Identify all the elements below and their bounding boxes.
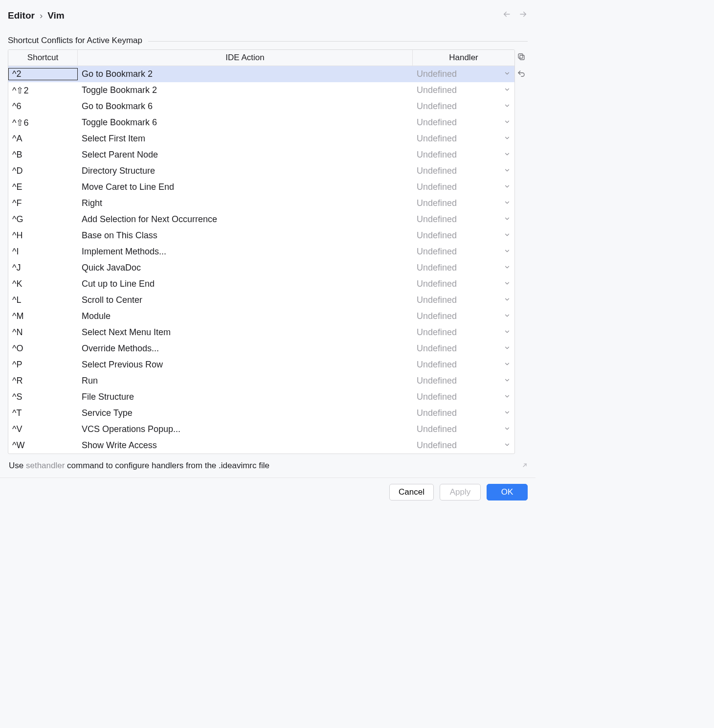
col-handler[interactable]: Handler — [413, 50, 514, 66]
breadcrumb-parent[interactable]: Editor — [8, 10, 35, 21]
cell-ide-action[interactable]: Select Next Menu Item — [78, 326, 413, 339]
cell-shortcut[interactable]: ^L — [8, 294, 78, 306]
cell-handler-dropdown[interactable]: Undefined — [413, 439, 514, 452]
table-row[interactable]: ^SFile StructureUndefined — [8, 389, 514, 405]
cell-shortcut[interactable]: ^2 — [8, 68, 78, 80]
table-row[interactable]: ^KCut up to Line EndUndefined — [8, 276, 514, 292]
table-row[interactable]: ^NSelect Next Menu ItemUndefined — [8, 324, 514, 341]
cell-ide-action[interactable]: Scroll to Center — [78, 294, 413, 306]
cell-handler-dropdown[interactable]: Undefined — [413, 181, 514, 193]
table-row[interactable]: ^TService TypeUndefined — [8, 405, 514, 421]
table-row[interactable]: ^GAdd Selection for Next OccurrenceUndef… — [8, 211, 514, 228]
cell-ide-action[interactable]: Toggle Bookmark 2 — [78, 84, 413, 96]
cell-shortcut[interactable]: ^⇧6 — [8, 116, 78, 129]
cell-handler-dropdown[interactable]: Undefined — [413, 84, 514, 96]
table-row[interactable]: ^WShow Write AccessUndefined — [8, 437, 514, 454]
cell-shortcut[interactable]: ^E — [8, 181, 78, 193]
cell-ide-action[interactable]: Go to Bookmark 2 — [78, 68, 413, 80]
cell-shortcut[interactable]: ^6 — [8, 100, 78, 113]
cell-handler-dropdown[interactable]: Undefined — [413, 375, 514, 387]
cell-shortcut[interactable]: ^A — [8, 133, 78, 145]
col-shortcut[interactable]: Shortcut — [8, 50, 78, 66]
popout-icon[interactable] — [522, 461, 528, 471]
cell-shortcut[interactable]: ^B — [8, 149, 78, 161]
cell-ide-action[interactable]: Select Parent Node — [78, 149, 413, 161]
table-row[interactable]: ^DDirectory StructureUndefined — [8, 163, 514, 179]
table-row[interactable]: ^6Go to Bookmark 6Undefined — [8, 98, 514, 114]
cell-handler-dropdown[interactable]: Undefined — [413, 165, 514, 177]
cell-ide-action[interactable]: Module — [78, 310, 413, 322]
cell-handler-dropdown[interactable]: Undefined — [413, 133, 514, 145]
cell-handler-dropdown[interactable]: Undefined — [413, 149, 514, 161]
cell-shortcut[interactable]: ^G — [8, 213, 78, 226]
table-row[interactable]: ^⇧6Toggle Bookmark 6Undefined — [8, 114, 514, 131]
copy-icon[interactable] — [517, 52, 526, 64]
cell-handler-dropdown[interactable]: Undefined — [413, 213, 514, 226]
table-row[interactable]: ^HBase on This ClassUndefined — [8, 228, 514, 244]
nav-forward-icon[interactable] — [519, 10, 528, 21]
table-row[interactable]: ^IImplement Methods...Undefined — [8, 244, 514, 260]
cell-ide-action[interactable]: File Structure — [78, 391, 413, 403]
cell-ide-action[interactable]: Implement Methods... — [78, 246, 413, 258]
cell-shortcut[interactable]: ^F — [8, 197, 78, 209]
table-row[interactable]: ^EMove Caret to Line EndUndefined — [8, 179, 514, 195]
cell-handler-dropdown[interactable]: Undefined — [413, 342, 514, 355]
cell-ide-action[interactable]: Service Type — [78, 407, 413, 419]
table-row[interactable]: ^LScroll to CenterUndefined — [8, 292, 514, 308]
table-row[interactable]: ^MModuleUndefined — [8, 308, 514, 324]
cell-ide-action[interactable]: Show Write Access — [78, 439, 413, 452]
cell-handler-dropdown[interactable]: Undefined — [413, 391, 514, 403]
cell-shortcut[interactable]: ^W — [8, 439, 78, 452]
cell-ide-action[interactable]: Cut up to Line End — [78, 278, 413, 290]
cell-handler-dropdown[interactable]: Undefined — [413, 294, 514, 306]
cell-ide-action[interactable]: Quick JavaDoc — [78, 262, 413, 274]
cell-ide-action[interactable]: Select Previous Row — [78, 359, 413, 371]
cell-ide-action[interactable]: Add Selection for Next Occurrence — [78, 213, 413, 226]
cell-handler-dropdown[interactable]: Undefined — [413, 278, 514, 290]
cell-ide-action[interactable]: Right — [78, 197, 413, 209]
cell-handler-dropdown[interactable]: Undefined — [413, 100, 514, 113]
table-row[interactable]: ^FRightUndefined — [8, 195, 514, 211]
cell-ide-action[interactable]: Directory Structure — [78, 165, 413, 177]
cell-shortcut[interactable]: ^O — [8, 342, 78, 355]
cell-ide-action[interactable]: Toggle Bookmark 6 — [78, 116, 413, 129]
nav-back-icon[interactable] — [502, 10, 511, 21]
cell-ide-action[interactable]: VCS Operations Popup... — [78, 423, 413, 435]
cell-handler-dropdown[interactable]: Undefined — [413, 423, 514, 435]
apply-button[interactable]: Apply — [440, 484, 481, 500]
cell-shortcut[interactable]: ^P — [8, 359, 78, 371]
table-row[interactable]: ^VVCS Operations Popup...Undefined — [8, 421, 514, 437]
cancel-button[interactable]: Cancel — [389, 484, 434, 500]
cell-handler-dropdown[interactable]: Undefined — [413, 246, 514, 258]
cell-ide-action[interactable]: Select First Item — [78, 133, 413, 145]
cell-shortcut[interactable]: ^T — [8, 407, 78, 419]
col-ide-action[interactable]: IDE Action — [78, 50, 413, 66]
cell-handler-dropdown[interactable]: Undefined — [413, 197, 514, 209]
cell-handler-dropdown[interactable]: Undefined — [413, 229, 514, 242]
cell-shortcut[interactable]: ^S — [8, 391, 78, 403]
table-row[interactable]: ^JQuick JavaDocUndefined — [8, 260, 514, 276]
cell-handler-dropdown[interactable]: Undefined — [413, 407, 514, 419]
table-row[interactable]: ^RRunUndefined — [8, 373, 514, 389]
cell-ide-action[interactable]: Base on This Class — [78, 229, 413, 242]
cell-shortcut[interactable]: ^J — [8, 262, 78, 274]
cell-shortcut[interactable]: ^V — [8, 423, 78, 435]
table-row[interactable]: ^PSelect Previous RowUndefined — [8, 357, 514, 373]
cell-handler-dropdown[interactable]: Undefined — [413, 262, 514, 274]
cell-shortcut[interactable]: ^M — [8, 310, 78, 322]
table-row[interactable]: ^BSelect Parent NodeUndefined — [8, 147, 514, 163]
cell-handler-dropdown[interactable]: Undefined — [413, 326, 514, 339]
table-row[interactable]: ^ASelect First ItemUndefined — [8, 131, 514, 147]
cell-shortcut[interactable]: ^K — [8, 278, 78, 290]
cell-handler-dropdown[interactable]: Undefined — [413, 116, 514, 129]
cell-ide-action[interactable]: Go to Bookmark 6 — [78, 100, 413, 113]
cell-handler-dropdown[interactable]: Undefined — [413, 310, 514, 322]
cell-handler-dropdown[interactable]: Undefined — [413, 68, 514, 80]
cell-ide-action[interactable]: Run — [78, 375, 413, 387]
cell-ide-action[interactable]: Override Methods... — [78, 342, 413, 355]
cell-handler-dropdown[interactable]: Undefined — [413, 359, 514, 371]
cell-shortcut[interactable]: ^R — [8, 375, 78, 387]
table-row[interactable]: ^2Go to Bookmark 2Undefined — [8, 66, 514, 82]
cell-shortcut[interactable]: ^D — [8, 165, 78, 177]
cell-shortcut[interactable]: ^I — [8, 246, 78, 258]
